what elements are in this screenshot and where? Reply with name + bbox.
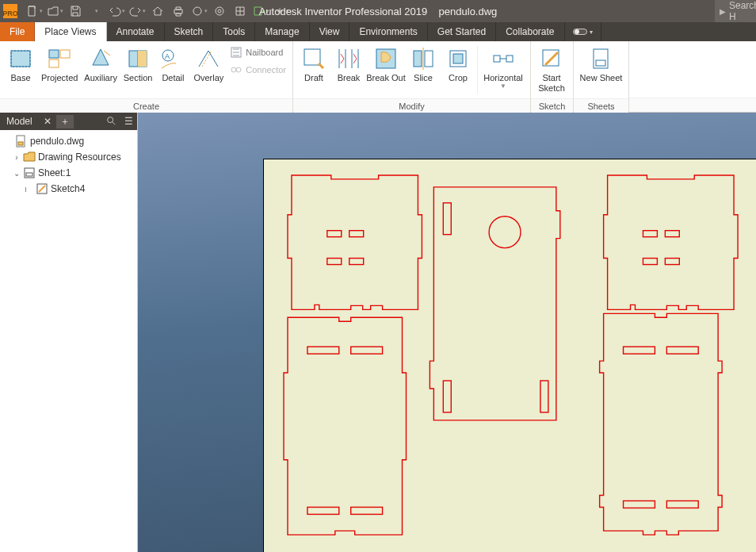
- appearance-button[interactable]: [231, 2, 249, 20]
- document-icon: [15, 135, 28, 148]
- panel-caption-create: Create: [0, 98, 292, 113]
- svg-rect-12: [60, 50, 70, 58]
- save-dropdown[interactable]: ▾: [87, 2, 105, 20]
- browser-menu-button[interactable]: ☰: [120, 116, 137, 127]
- nailboard-icon: [230, 46, 242, 59]
- undo-button[interactable]: ▾: [108, 2, 125, 20]
- svg-text:A: A: [165, 52, 170, 60]
- projected-view-button[interactable]: Projected: [38, 44, 81, 98]
- tab-environments[interactable]: Environments: [349, 22, 427, 41]
- new-button[interactable]: ▾: [25, 2, 43, 20]
- draft-button[interactable]: Draft: [296, 44, 331, 98]
- detail-view-button[interactable]: A Detail: [155, 44, 190, 98]
- browser-tab-model[interactable]: Model: [0, 113, 39, 130]
- tree-item-sketch[interactable]: Sketch4: [2, 181, 136, 197]
- print-button[interactable]: [170, 2, 187, 20]
- browser-close-button[interactable]: ✕: [39, 116, 56, 127]
- collapse-icon[interactable]: ⌄: [13, 169, 21, 178]
- workspace: Model ✕ ＋ ☰ pendulo.dwg › Drawing Resour…: [0, 113, 756, 552]
- svg-rect-42: [307, 347, 339, 354]
- crop-button[interactable]: Crop: [441, 44, 475, 98]
- svg-rect-56: [624, 501, 655, 508]
- horizontal-button[interactable]: Horizontal ▼: [479, 44, 527, 98]
- tree-item-document[interactable]: pendulo.dwg: [2, 133, 136, 149]
- svg-rect-28: [506, 56, 513, 62]
- base-view-button[interactable]: Base: [3, 44, 38, 98]
- new-sheet-button[interactable]: New Sheet: [577, 44, 625, 98]
- tab-place-views[interactable]: Place Views: [35, 22, 106, 41]
- svg-rect-3: [176, 13, 181, 16]
- tab-file[interactable]: File: [0, 22, 35, 41]
- svg-rect-27: [494, 56, 500, 62]
- svg-point-19: [231, 67, 236, 72]
- tab-tools[interactable]: Tools: [213, 22, 255, 41]
- svg-rect-0: [29, 6, 35, 16]
- svg-point-5: [216, 7, 223, 15]
- svg-rect-51: [665, 231, 679, 237]
- doc-title: pendulo.dwg: [439, 6, 498, 17]
- break-button[interactable]: Break: [331, 44, 366, 98]
- panel-caption-sketch: Sketch: [531, 98, 573, 113]
- tab-toggle[interactable]: ▾: [565, 22, 601, 41]
- auxiliary-view-button[interactable]: Auxiliary: [81, 44, 120, 98]
- break-out-button[interactable]: Break Out: [366, 44, 406, 98]
- svg-point-20: [236, 67, 241, 72]
- svg-point-46: [489, 217, 521, 248]
- save-button[interactable]: [67, 2, 84, 20]
- search-box[interactable]: ▶ Search H: [715, 0, 756, 22]
- nailboard-button[interactable]: Nailboard: [230, 46, 286, 59]
- tree-label: Drawing Resources: [38, 151, 121, 163]
- svg-rect-44: [307, 507, 339, 514]
- export-button[interactable]: ▾: [252, 2, 269, 20]
- chevron-down-icon: ▼: [500, 83, 506, 90]
- tab-manage[interactable]: Manage: [255, 22, 309, 41]
- svg-rect-38: [327, 231, 342, 237]
- svg-rect-21: [304, 49, 320, 65]
- search-arrow-icon: ▶: [720, 7, 726, 16]
- svg-point-4: [193, 7, 201, 15]
- slice-button[interactable]: Slice: [406, 44, 441, 98]
- tab-view[interactable]: View: [310, 22, 350, 41]
- folder-icon: [23, 151, 36, 163]
- app-logo-icon: PRO: [3, 4, 17, 18]
- svg-rect-48: [443, 381, 451, 412]
- color-button[interactable]: ▾: [190, 2, 208, 20]
- tree-item-resources[interactable]: › Drawing Resources: [2, 149, 136, 165]
- tab-collaborate[interactable]: Collaborate: [496, 22, 564, 41]
- svg-marker-14: [93, 49, 109, 65]
- tree-label: Sheet:1: [38, 167, 71, 178]
- tree-label: Sketch4: [51, 183, 85, 194]
- model-tree: pendulo.dwg › Drawing Resources ⌄ Sheet:…: [0, 130, 137, 200]
- quick-access-toolbar: PRO ▾ ▾ ▾ ▾ ▾ ▾ ▾ ＋▾ Autodesk Inventor P…: [0, 0, 756, 22]
- sheet-icon: [23, 167, 36, 179]
- svg-rect-50: [643, 231, 657, 237]
- svg-rect-41: [349, 259, 364, 265]
- browser-search-button[interactable]: [102, 115, 120, 128]
- svg-rect-13: [49, 59, 59, 67]
- svg-rect-40: [327, 259, 342, 265]
- material-button[interactable]: [211, 2, 228, 20]
- ribbon-tabs: File Place Views Annotate Sketch Tools M…: [0, 22, 756, 41]
- browser-add-tab-button[interactable]: ＋: [56, 115, 74, 128]
- drawing-canvas[interactable]: [138, 113, 756, 552]
- section-view-button[interactable]: Section: [120, 44, 156, 98]
- tree-item-sheet[interactable]: ⌄ Sheet:1: [2, 165, 136, 181]
- add-button[interactable]: ＋▾: [273, 2, 290, 20]
- ribbon: Base Projected Auxiliary Section A Detai…: [0, 41, 756, 113]
- panel-caption-sheets: Sheets: [574, 98, 628, 113]
- svg-rect-55: [666, 347, 698, 354]
- svg-rect-2: [176, 7, 181, 10]
- svg-rect-26: [453, 54, 463, 63]
- open-button[interactable]: ▾: [46, 2, 63, 20]
- connector-button[interactable]: Connector: [230, 63, 286, 76]
- home-button[interactable]: [149, 2, 166, 20]
- redo-button[interactable]: ▾: [128, 2, 146, 20]
- tab-annotate[interactable]: Annotate: [107, 22, 165, 41]
- svg-rect-52: [643, 259, 657, 265]
- svg-rect-34: [18, 142, 23, 145]
- overlay-view-button[interactable]: Overlay: [190, 44, 227, 98]
- tab-sketch[interactable]: Sketch: [165, 22, 214, 41]
- start-sketch-button[interactable]: Start Sketch: [534, 44, 569, 98]
- tab-get-started[interactable]: Get Started: [428, 22, 496, 41]
- expand-icon[interactable]: ›: [13, 153, 21, 162]
